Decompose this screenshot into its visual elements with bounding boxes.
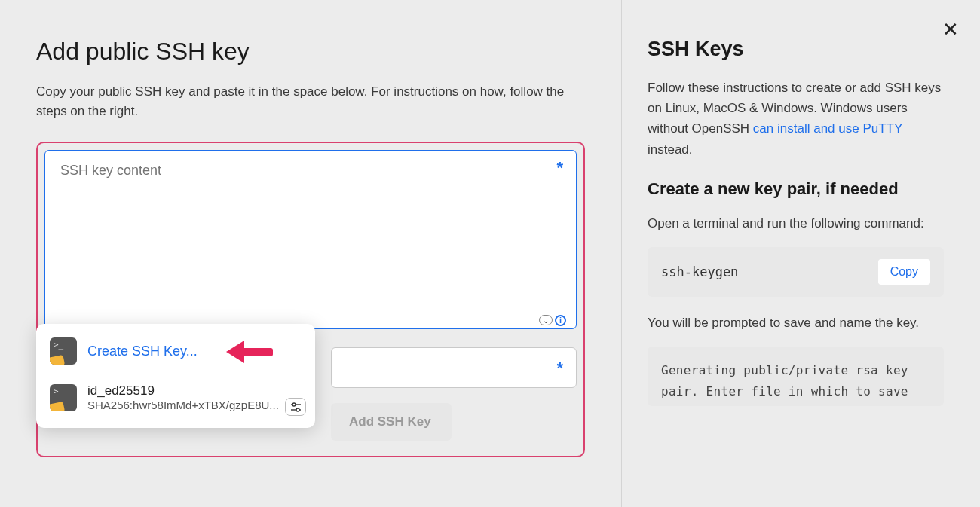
terminal-output-block: Generating public/private rsa key pair. …: [648, 347, 944, 405]
sidebar-subheading: Create a new key pair, if needed: [648, 179, 944, 199]
close-icon[interactable]: ✕: [942, 20, 959, 39]
step-1-text: Open a terminal and run the following co…: [648, 214, 944, 234]
autofill-dropdown: Create SSH Key... id_ed25519 SHA256:hwr5…: [36, 324, 315, 428]
command-text: ssh-keygen: [661, 264, 738, 279]
svg-point-3: [296, 408, 299, 411]
copy-button[interactable]: Copy: [878, 259, 930, 285]
command-block: ssh-keygen Copy: [648, 247, 944, 297]
autofill-key-name: id_ed25519: [87, 383, 302, 399]
ssh-key-name-input[interactable]: [331, 347, 577, 388]
step-2-text: You will be prompted to save and name th…: [648, 313, 944, 333]
autofill-indicator[interactable]: ⌄ i: [539, 315, 566, 326]
svg-point-2: [292, 403, 296, 406]
ssh-key-icon: [50, 384, 77, 411]
putty-link[interactable]: can install and use PuTTY: [753, 121, 902, 136]
ssh-key-content-textarea[interactable]: [44, 150, 577, 329]
required-asterisk-icon: *: [556, 359, 563, 378]
autofill-key-fingerprint: SHA256:hwr58ImMd+xTBX/gzpE8U...: [87, 399, 302, 411]
sidebar-description: Follow these instructions to create or a…: [648, 78, 944, 160]
svg-marker-5: [226, 341, 244, 363]
ssh-key-icon: [50, 337, 77, 365]
add-ssh-key-button[interactable]: Add SSH Key: [331, 403, 452, 441]
info-icon: i: [555, 315, 566, 326]
chevron-down-icon: ⌄: [539, 315, 553, 325]
page-subtitle: Copy your public SSH key and paste it in…: [36, 82, 585, 122]
autofill-item-saved-key[interactable]: id_ed25519 SHA256:hwr58ImMd+xTBX/gzpE8U.…: [47, 374, 305, 420]
annotation-arrow-icon: [226, 339, 273, 365]
autofill-settings-icon[interactable]: [285, 398, 306, 416]
sidebar-title: SSH Keys: [648, 38, 944, 61]
page-title: Add public SSH key: [36, 38, 585, 66]
svg-rect-4: [240, 348, 273, 356]
